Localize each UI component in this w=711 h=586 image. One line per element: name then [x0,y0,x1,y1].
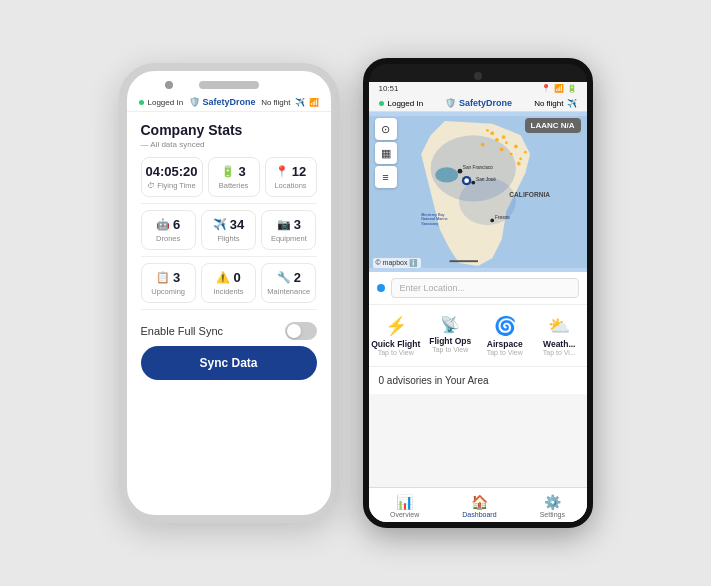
stat-incidents: ⚠️ 0 Incidents [201,263,256,303]
weather-label: Weath... [543,339,575,349]
quick-flight-icon: ⚡ [385,315,407,337]
maintenance-label: Maintenance [266,287,311,296]
advisories-row: 0 advisories in Your Area [369,367,587,394]
upcoming-icon: 📋 [156,271,170,284]
maintenance-icon: 🔧 [277,271,291,284]
batteries-label: Batteries [213,181,255,190]
android-screen: 10:51 📍 📶 🔋 Logged In 🛡️ SafetyDrone [369,82,587,522]
iphone-brand: 🛡️ SafetyDrone [189,97,256,107]
nav-overview[interactable]: 📊 Overview [382,492,427,520]
stats-row-1: 04:05:20 ⏱ Flying Time 🔋 3 Batteries [141,157,317,197]
flight-ops-icon: 📡 [440,315,460,334]
flights-label: Flights [206,234,251,243]
incidents-label: Incidents [206,287,251,296]
svg-point-5 [495,138,499,142]
quick-flight-action[interactable]: ⚡ Quick Flight Tap to View [369,311,424,360]
stack-control-btn[interactable]: ≡ [375,166,397,188]
flight-ops-action[interactable]: 📡 Flight Ops Tap to View [423,311,478,360]
nav-settings[interactable]: ⚙️ Settings [532,492,573,520]
equipment-label: Equipment [266,234,311,243]
target-control-btn[interactable]: ⊙ [375,118,397,140]
drones-label: Drones [146,234,191,243]
android-logged-in-label: Logged In [388,99,424,108]
stat-batteries: 🔋 3 Batteries [208,157,260,197]
android-brand-name: SafetyDrone [459,98,512,108]
svg-text:Monterey Bay: Monterey Bay [421,213,444,217]
android-no-flight: No flight [534,99,563,108]
laanc-badge: LAANC N/A [525,118,581,133]
flights-icon: ✈️ [213,218,227,231]
android-header-right: No flight ✈️ [534,99,576,108]
flying-time-label: ⏱ Flying Time [146,181,198,190]
stats-divider-1 [141,203,317,204]
svg-point-16 [435,167,458,182]
android-time: 10:51 [379,84,399,93]
svg-point-6 [499,147,503,151]
upcoming-value: 3 [173,270,180,285]
svg-point-11 [490,131,494,135]
flight-icon: ✈️ [295,98,305,107]
sync-data-button[interactable]: Sync Data [141,346,317,380]
svg-text:Sanctuary: Sanctuary [421,222,438,226]
svg-point-28 [464,178,469,183]
brand-name: SafetyDrone [203,97,256,107]
quick-actions-grid: ⚡ Quick Flight Tap to View 📡 Flight Ops … [369,305,587,367]
iphone-status-bar: Logged In 🛡️ SafetyDrone No flight ✈️ 📶 [127,93,331,112]
iphone-device: Logged In 🛡️ SafetyDrone No flight ✈️ 📶 … [119,63,339,523]
enable-sync-label: Enable Full Sync [141,325,224,337]
company-stats-title: Company Stats [141,122,317,138]
bottom-divider [141,309,317,310]
svg-rect-29 [449,260,477,262]
status-left: Logged In [139,98,184,107]
android-status-bar: 10:51 📍 📶 🔋 [369,82,587,95]
stats-row-2: 🤖 6 Drones ✈️ 34 Flights [141,210,317,250]
quick-flight-label: Quick Flight [371,339,420,349]
enable-sync-toggle[interactable] [285,322,317,340]
brand-icon: 🛡️ [189,97,200,107]
svg-point-15 [516,162,520,166]
logged-in-label: Logged In [148,98,184,107]
synced-label: All data synced [141,140,317,149]
svg-point-9 [514,145,518,149]
dashboard-icon: 🏠 [471,494,488,510]
layers-control-btn[interactable]: ▦ [375,142,397,164]
svg-text:National Marine: National Marine [421,217,447,221]
drone-icon: 🤖 [156,218,170,231]
weather-action[interactable]: ⛅ Weath... Tap to Vi... [532,311,587,360]
location-search-input[interactable]: Enter Location... [391,278,579,298]
svg-point-14 [523,151,526,154]
svg-point-19 [471,181,475,185]
signal-icon: 📶 [309,98,319,107]
android-brand-icon: 🛡️ [445,98,456,108]
mapbox-credit: © mapbox ℹ️ [373,258,422,268]
dashboard-label: Dashboard [462,511,496,518]
status-right: No flight ✈️ 📶 [261,98,318,107]
stat-upcoming: 📋 3 Upcoming [141,263,196,303]
enable-sync-row: Enable Full Sync [141,316,317,346]
airspace-action[interactable]: 🌀 Airspace Tap to View [478,311,533,360]
location-icon: 📍 [275,165,289,178]
overview-icon: 📊 [396,494,413,510]
svg-point-7 [505,141,508,144]
weather-icon: ⛅ [548,315,570,337]
nav-dashboard[interactable]: 🏠 Dashboard [454,492,504,520]
batteries-value: 3 [238,164,245,179]
stat-flights: ✈️ 34 Flights [201,210,256,250]
flight-ops-label: Flight Ops [429,336,471,346]
stat-flying-time: 04:05:20 ⏱ Flying Time [141,157,203,197]
quick-flight-sublabel: Tap to View [378,349,414,356]
location-status-icon: 📍 [541,84,551,93]
logged-in-dot [139,100,144,105]
android-status-icons: 📍 📶 🔋 [541,84,577,93]
stat-equipment: 📷 3 Equipment [261,210,316,250]
android-front-camera [474,72,482,80]
no-flight-label: No flight [261,98,290,107]
svg-point-13 [501,135,505,139]
svg-point-4 [480,143,484,147]
android-header-left: Logged In [379,99,424,108]
airspace-label: Airspace [487,339,523,349]
drones-value: 6 [173,217,180,232]
android-flight-icon: ✈️ [567,99,577,108]
map-area[interactable]: San Francisco San José Fresno CALIFORNIA… [369,112,587,272]
svg-text:San Francisco: San Francisco [462,165,493,170]
